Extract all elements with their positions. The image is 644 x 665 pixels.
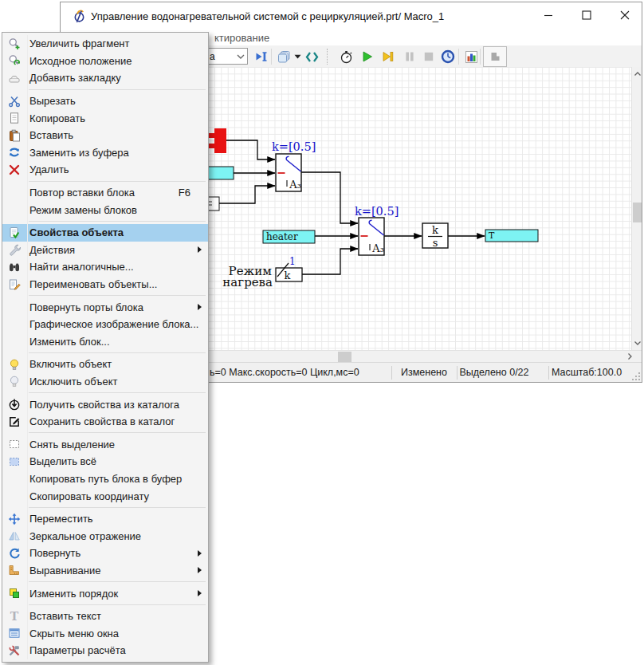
block-switch-1[interactable]: k=[0.5] А₃ xyxy=(272,140,316,191)
resize-grip[interactable] xyxy=(632,372,641,381)
wires[interactable] xyxy=(219,140,485,274)
menu-item-cut[interactable]: Вырезать xyxy=(2,92,208,110)
menu-item-copy-coordinate[interactable]: Скопировать координату xyxy=(2,487,208,505)
scroll-down-icon[interactable] xyxy=(632,338,642,348)
chart-icon-button[interactable] xyxy=(461,48,481,65)
maximize-button[interactable] xyxy=(568,4,605,26)
menu-item-rotate[interactable]: Повернуть xyxy=(2,545,208,562)
menu-item-label: Вырезать xyxy=(29,95,203,107)
menu-item-hide-window-menu[interactable]: Скрыть меню окна xyxy=(2,624,208,642)
stopwatch-icon-button[interactable] xyxy=(336,48,355,65)
toolbar-separator xyxy=(458,49,459,65)
select-all-icon xyxy=(6,455,23,468)
menu-item-rotate-block-ports[interactable]: Повернуть порты блока xyxy=(2,298,208,316)
vertical-scrollbar[interactable] xyxy=(631,67,642,350)
run-icon-button[interactable] xyxy=(358,48,377,65)
menu-item-object-properties[interactable]: Свойства объекта xyxy=(2,224,208,242)
window-title: Управление водонагревательной системой с… xyxy=(91,10,444,22)
menu-item-disable-object[interactable]: Исключить объект xyxy=(2,373,208,391)
menu-item-add-bookmark[interactable]: Добавить закладку xyxy=(2,69,208,87)
menu-item-select-all[interactable]: Выделить всё xyxy=(2,453,208,470)
step-into-icon-button[interactable] xyxy=(252,48,271,65)
vertical-scroll-thumb[interactable] xyxy=(633,203,642,222)
timer-icon-button[interactable] xyxy=(438,48,457,65)
menu-item-label: Режим замены блоков xyxy=(29,204,203,216)
menu-item-paste[interactable]: Вставить xyxy=(2,127,208,144)
integrator-numerator: k xyxy=(432,224,438,236)
block-switch-2[interactable]: k=[0.5] А₃ xyxy=(355,205,399,255)
minimize-button[interactable] xyxy=(530,4,567,26)
menu-item-label: Переименовать объекты... xyxy=(29,278,203,290)
menu-item-copy-block-path[interactable]: Копировать путь блока в буфер xyxy=(2,470,208,488)
menu-separator xyxy=(29,392,206,393)
calc-icon xyxy=(6,644,23,657)
layers-icon-button[interactable] xyxy=(274,48,293,65)
text-icon: T xyxy=(6,610,23,623)
close-button[interactable] xyxy=(607,4,643,26)
block-temperature[interactable]: T xyxy=(485,230,538,242)
menu-item-calc-parameters[interactable]: Параметры расчёта xyxy=(2,642,208,659)
gain-label-2: k=[0.5] xyxy=(355,205,399,218)
menu-item-block-graphic[interactable]: Графическое изображение блока... xyxy=(2,316,208,333)
menu-separator xyxy=(29,352,206,353)
menu-item-actions[interactable]: Действия xyxy=(2,242,208,259)
switch-label-2: А₃ xyxy=(372,242,384,254)
disabled-tool-icon-button[interactable] xyxy=(483,46,507,67)
block-heater[interactable]: heater xyxy=(263,230,315,243)
menu-item-replace-from-clipboard[interactable]: Заменить из буфера xyxy=(2,144,208,162)
scroll-up-icon[interactable] xyxy=(632,69,642,79)
menu-item-label: Изменить порядок xyxy=(29,588,198,600)
menu-separator xyxy=(29,295,206,296)
menu-item-delete[interactable]: Удалить xyxy=(2,161,208,179)
menu-separator xyxy=(29,581,206,582)
status-modified: Изменено xyxy=(391,367,457,378)
menu-item-label: Зеркальное отражение xyxy=(29,530,203,542)
menu-item-insert-text[interactable]: TВставить текст xyxy=(2,608,208,625)
menu-item-edit-block[interactable]: Изменить блок... xyxy=(2,333,208,351)
menu-item-copy[interactable]: Копировать xyxy=(2,109,208,127)
pause-icon-button[interactable] xyxy=(400,48,419,65)
toolbar-separator xyxy=(480,49,481,65)
menu-item-label: Повтор вставки блока xyxy=(29,187,179,199)
menu-item-label: Повернуть xyxy=(29,547,198,559)
menu-item-block-replace-mode[interactable]: Режим замены блоков xyxy=(2,201,208,218)
menu-item-zoom-reset[interactable]: Исходное положение xyxy=(2,53,208,70)
no-icon xyxy=(6,335,23,348)
menu-separator xyxy=(29,221,206,222)
menu-item-get-properties-from-catalog[interactable]: Получить свойства из каталога xyxy=(2,395,208,413)
menu-item-label: Заменить из буфера xyxy=(29,147,203,159)
menu-item-repeat-block-paste[interactable]: Повтор вставки блокаF6 xyxy=(2,184,208,202)
menu-item-clear-selection[interactable]: Снять выделение xyxy=(2,435,208,453)
block-integrator[interactable]: k s xyxy=(422,223,448,249)
gain-k-label: k xyxy=(285,270,291,281)
stop-icon-button[interactable] xyxy=(419,48,438,65)
rotate-icon xyxy=(6,547,23,560)
bulb-off-icon xyxy=(6,375,23,388)
menu-item-label: Включить объект xyxy=(29,358,203,370)
menubar-item-editing[interactable]: ктирование xyxy=(214,32,269,44)
chevron-down-icon xyxy=(237,54,245,60)
mirror-icon xyxy=(6,529,23,542)
menu-item-save-properties-to-catalog[interactable]: Сохранить свойства в каталог xyxy=(2,413,208,431)
menu-item-align[interactable]: Выравнивание xyxy=(2,562,208,580)
menu-item-zoom-in-fragment[interactable]: Увеличить фрагмент xyxy=(2,35,208,53)
menu-item-move[interactable]: Переместить xyxy=(2,510,208,528)
menu-item-enable-object[interactable]: Включить объект xyxy=(2,356,208,373)
menu-item-label: Повернуть порты блока xyxy=(29,301,198,313)
deselect-icon xyxy=(6,438,23,451)
menu-item-rename-objects[interactable]: Переименовать объекты... xyxy=(2,276,208,293)
status-selected-count: Выделено 0/22 xyxy=(457,367,532,378)
layers-dropdown-icon[interactable] xyxy=(293,48,302,65)
horizontal-scroll-thumb[interactable] xyxy=(338,352,351,362)
menu-item-change-order[interactable]: Изменить порядок xyxy=(2,584,208,602)
submenu-arrow-icon xyxy=(198,304,202,310)
block-gain-k[interactable]: 1 k xyxy=(276,256,302,281)
menu-item-mirror[interactable]: Зеркальное отражение xyxy=(2,527,208,545)
menu-item-find-similar[interactable]: Найти аналогичные... xyxy=(2,258,208,276)
code-view-icon-button[interactable] xyxy=(302,48,321,65)
step-icon-button[interactable] xyxy=(379,48,398,65)
cut-icon xyxy=(6,95,23,108)
scroll-right-icon[interactable] xyxy=(623,351,636,362)
mode-line-2: нагрева xyxy=(222,275,273,289)
catalog-get-icon xyxy=(6,398,23,411)
